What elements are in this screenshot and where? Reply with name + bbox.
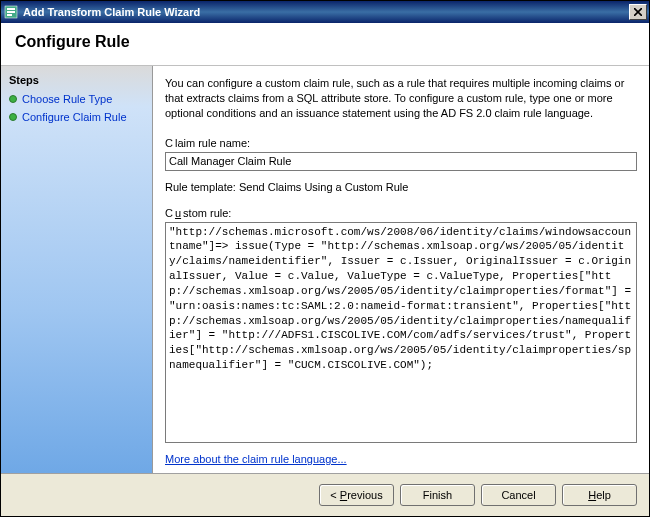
wizard-header: Configure Rule (1, 23, 649, 66)
window-title: Add Transform Claim Rule Wizard (23, 6, 629, 18)
btn-text: revious (347, 489, 382, 501)
content-panel: You can configure a custom claim rule, s… (153, 66, 649, 473)
steps-heading: Steps (1, 72, 152, 90)
label-part: stom rule: (183, 207, 231, 219)
rule-template-label: Rule template: Send Claims Using a Custo… (165, 181, 637, 193)
title-bar: Add Transform Claim Rule Wizard (1, 1, 649, 23)
svg-rect-1 (7, 8, 15, 10)
label-part: u (175, 207, 181, 219)
step-label: Choose Rule Type (22, 93, 112, 105)
svg-rect-2 (7, 11, 15, 13)
rule-name-label: Claim rule name: (165, 137, 637, 149)
btn-text: elp (596, 489, 611, 501)
step-dot-icon (9, 113, 17, 121)
svg-rect-3 (7, 14, 12, 16)
btn-text: < (330, 489, 339, 501)
custom-rule-wrap (165, 222, 637, 443)
step-configure-claim-rule[interactable]: Configure Claim Rule (1, 108, 152, 126)
steps-sidebar: Steps Choose Rule Type Configure Claim R… (1, 66, 153, 473)
previous-button[interactable]: < Previous (319, 484, 394, 506)
btn-text: H (588, 489, 596, 501)
label-part: C (165, 207, 173, 219)
help-button[interactable]: Help (562, 484, 637, 506)
step-label: Configure Claim Rule (22, 111, 127, 123)
step-choose-rule-type[interactable]: Choose Rule Type (1, 90, 152, 108)
cancel-button[interactable]: Cancel (481, 484, 556, 506)
finish-button[interactable]: Finish (400, 484, 475, 506)
custom-rule-label: Custom rule: (165, 207, 637, 219)
page-title: Configure Rule (15, 33, 635, 51)
claim-language-help-link[interactable]: More about the claim rule language... (165, 453, 347, 465)
close-button[interactable] (629, 4, 647, 20)
app-icon (3, 4, 19, 20)
button-bar: < Previous Finish Cancel Help (1, 473, 649, 516)
custom-rule-textarea[interactable] (165, 222, 637, 443)
label-part: C (165, 137, 173, 149)
wizard-window: Add Transform Claim Rule Wizard Configur… (0, 0, 650, 517)
step-dot-icon (9, 95, 17, 103)
help-link-row: More about the claim rule language... (165, 453, 637, 465)
intro-text: You can configure a custom claim rule, s… (165, 76, 637, 121)
rule-name-input[interactable] (165, 152, 637, 171)
wizard-body: Steps Choose Rule Type Configure Claim R… (1, 66, 649, 473)
label-part: laim rule name: (175, 137, 250, 149)
